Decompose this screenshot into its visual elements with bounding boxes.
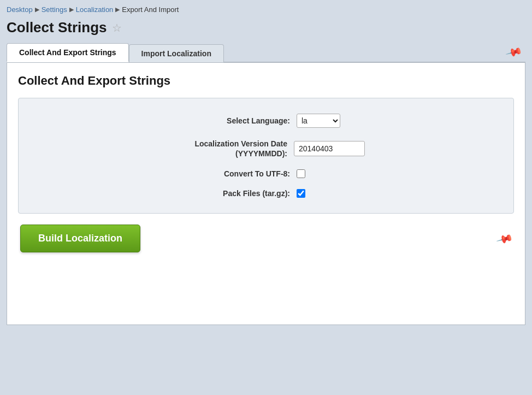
breadcrumb-export: Export And Import [122, 5, 179, 14]
tabs-container: Collect And Export Strings Import Locali… [7, 43, 525, 63]
pack-row: Pack Files (tar.gz): [29, 189, 503, 198]
main-panel: Collect And Export Strings Select Langua… [7, 63, 525, 325]
favorite-star-icon[interactable]: ☆ [112, 21, 122, 34]
language-select[interactable]: la en de fr es [297, 114, 340, 128]
breadcrumb: Desktop ▶ Settings ▶ Localization ▶ Expo… [7, 5, 525, 14]
utf8-label: Convert To UTF-8: [170, 169, 290, 178]
date-input[interactable] [294, 141, 365, 156]
tab-import-localization[interactable]: Import Localization [129, 44, 224, 62]
language-row: Select Language: la en de fr es [29, 114, 503, 128]
breadcrumb-settings[interactable]: Settings [42, 5, 67, 14]
breadcrumb-sep-2: ▶ [69, 6, 74, 13]
utf8-checkbox[interactable] [297, 169, 305, 178]
section-title: Collect And Export Strings [18, 74, 514, 88]
breadcrumb-sep-1: ▶ [35, 6, 39, 13]
build-localization-button[interactable]: Build Localization [20, 225, 140, 252]
tab-collect-export[interactable]: Collect And Export Strings [7, 43, 129, 62]
breadcrumb-sep-3: ▶ [115, 6, 120, 13]
page-title: Collect Strings [7, 19, 107, 36]
language-label: Select Language: [170, 116, 290, 125]
bottom-row: Build Localization 📌 [18, 225, 514, 252]
form-container: Select Language: la en de fr es Localiza… [18, 98, 514, 214]
pack-checkbox[interactable] [297, 189, 305, 198]
date-label: Localization Version Date (YYYYMMDD): [167, 139, 287, 158]
utf8-row: Convert To UTF-8: [29, 169, 503, 178]
pin-icon-bottom: 📌 [496, 229, 515, 247]
date-row: Localization Version Date (YYYYMMDD): [29, 139, 503, 158]
pin-icon-top: 📌 [505, 43, 524, 61]
breadcrumb-localization[interactable]: Localization [76, 5, 114, 14]
pack-label: Pack Files (tar.gz): [170, 189, 290, 198]
breadcrumb-desktop[interactable]: Desktop [7, 5, 33, 14]
